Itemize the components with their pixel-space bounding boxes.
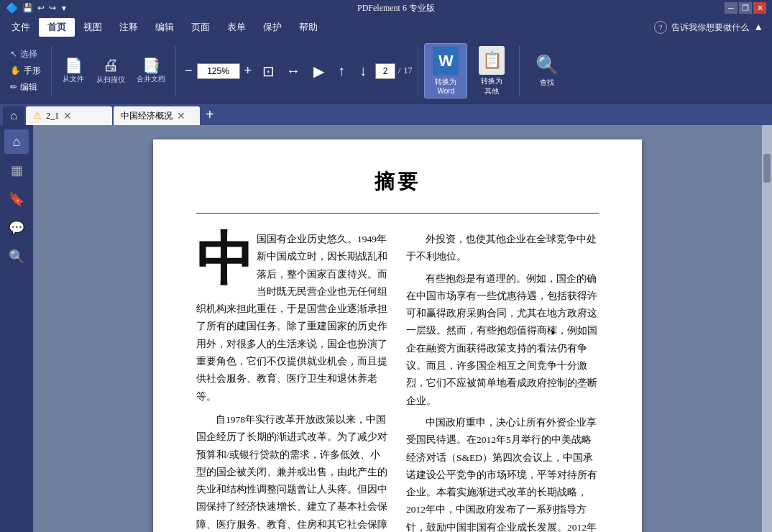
redo[interactable]: ↪ — [49, 3, 56, 14]
menu-form[interactable]: 表单 — [219, 18, 254, 37]
close-button[interactable]: ✕ — [753, 2, 766, 14]
menu-help[interactable]: 帮助 — [290, 18, 326, 37]
word-icon: W — [433, 47, 459, 75]
home-tab[interactable]: ⌂ — [3, 106, 24, 125]
page-separator: / — [398, 65, 400, 76]
menu-view[interactable]: 视图 — [75, 18, 111, 37]
doc-tab-2[interactable]: 中国经济概况 ✕ — [114, 106, 200, 125]
help-search-area: ? 告诉我你想要做什么 ▲ — [654, 21, 769, 34]
help-icon: ? — [654, 21, 667, 34]
cursor-tools-group: ↖ 选择 ✋ 手形 ✏ 编辑 — [6, 47, 45, 95]
menu-bar: 文件 首页 视图 注释 编辑 页面 表单 保护 帮助 ? 告诉我你想要做什么 ▲ — [0, 16, 772, 39]
convert-word-button[interactable]: W 转换为 Word — [424, 43, 467, 98]
search-button[interactable]: 🔍 查找 — [525, 51, 569, 91]
convert-other-label: 转换为 — [481, 76, 502, 86]
title-bar-controls: ─ ❐ ✕ — [725, 2, 766, 14]
panel-home-icon[interactable]: ⌂ — [4, 129, 29, 154]
convert-other-button[interactable]: 📋 转换为 其他 — [470, 43, 513, 99]
menu-annotate[interactable]: 注释 — [111, 18, 147, 37]
hand-icon: ✋ — [10, 65, 21, 76]
merge-docs-button[interactable]: 📑 合并文档 — [132, 55, 170, 87]
quick-save[interactable]: 💾 — [22, 3, 33, 14]
zoom-in-button[interactable]: + — [242, 62, 255, 80]
doc-tab-1[interactable]: ⚠ 2_1 ✕ — [26, 106, 112, 125]
fit-width-button[interactable]: ↔ — [282, 60, 305, 82]
collapse-arrow[interactable]: ▲ — [753, 22, 763, 33]
edit-tool[interactable]: ✏ 编辑 — [6, 80, 45, 95]
sep-3 — [418, 46, 418, 96]
from-file-icon: 📄 — [65, 58, 83, 73]
word-icon-container: W 转换为 Word — [433, 47, 459, 95]
undo[interactable]: ↩ — [37, 3, 45, 14]
app-icon: 🔷 — [6, 2, 18, 14]
zoom-out-button[interactable]: − — [182, 62, 196, 80]
drop-cap: 中 — [196, 235, 254, 284]
menu-protect[interactable]: 保护 — [254, 18, 290, 37]
scroll-thumb[interactable] — [763, 154, 771, 183]
pdf-page: 摘要 中 国国有企业历史悠久。1949年新中国成立时，因长期战乱和落后，整个国家… — [153, 139, 642, 532]
panel-search-icon[interactable]: 🔍 — [4, 244, 29, 269]
sep-2 — [175, 46, 176, 96]
first-paragraph: 中 国国有企业历史悠久。1949年新中国成立时，因长期战乱和落后，整个国家百废待… — [196, 231, 389, 405]
doc-tab-2-label: 中国经济概况 — [121, 110, 173, 122]
doc-tab-1-close[interactable]: ✕ — [63, 110, 72, 122]
next-page-button[interactable]: ↓ — [354, 60, 372, 82]
search-icon: 🔍 — [536, 54, 559, 76]
from-file-button[interactable]: 📄 从文件 — [58, 55, 89, 87]
menu-edit[interactable]: 编辑 — [147, 18, 183, 37]
select-tool[interactable]: ↖ 选择 — [6, 47, 45, 62]
panel-bookmark-icon[interactable]: 🔖 — [4, 187, 29, 211]
menu-file[interactable]: 文件 — [3, 18, 39, 37]
para-5: 中国政府重申，决心让所有外资企业享受国民待遇。在2012年5月举行的中美战略经济… — [406, 414, 599, 532]
sep-4 — [519, 46, 520, 96]
tab-bar: ⌂ ⚠ 2_1 ✕ 中国经济概况 ✕ + — [0, 104, 772, 125]
menu-home[interactable]: 首页 — [39, 18, 75, 37]
sep-1 — [51, 46, 52, 96]
hand-tool[interactable]: ✋ 手形 — [6, 63, 45, 78]
restore-button[interactable]: ❐ — [739, 2, 752, 14]
total-pages: 17 — [403, 65, 412, 76]
menu-page[interactable]: 页面 — [183, 18, 219, 37]
pdf-title: 摘要 — [196, 168, 599, 196]
search-label: 查找 — [540, 78, 554, 88]
convert-word-label: 转换为 — [435, 77, 456, 87]
page-navigation: / 17 — [375, 63, 412, 79]
convert-word-label2: Word — [438, 87, 455, 95]
para-4: 有些抱怨是有道理的。例如，国企的确在中国市场享有一些优惠待遇，包括获得许可和赢得… — [406, 270, 599, 410]
home-icon: ⌂ — [10, 109, 17, 122]
next-page-icon: ↓ — [359, 63, 367, 79]
fit-page-button[interactable]: ⊡ — [257, 60, 279, 83]
help-placeholder[interactable]: 告诉我你想要做什么 — [671, 22, 749, 34]
merge-icon: 📑 — [142, 58, 160, 73]
title-bar: 🔷 💾 ↩ ↪ ▼ PDFelement 6 专业版 ─ ❐ ✕ — [0, 0, 772, 16]
presentation-button[interactable]: ▶ — [308, 60, 329, 83]
title-bar-left: 🔷 💾 ↩ ↪ ▼ — [6, 2, 68, 14]
left-panel: ⌂ ▦ 🔖 💬 🔍 — [0, 125, 33, 532]
from-scan-button[interactable]: 🖨 从扫描仪 — [92, 55, 129, 88]
zoom-controls: − + — [182, 62, 254, 80]
zoom-input[interactable] — [197, 63, 240, 79]
prev-page-button[interactable]: ↑ — [332, 60, 351, 82]
doc-tab-1-label: 2_1 — [46, 111, 59, 121]
convert-other-icon: 📋 — [479, 46, 505, 75]
warning-icon: ⚠ — [33, 110, 42, 121]
customize-arrow[interactable]: ▼ — [60, 4, 68, 12]
fit-page-icon: ⊡ — [262, 63, 275, 80]
prev-page-icon: ↑ — [338, 63, 345, 79]
doc-tab-2-close[interactable]: ✕ — [177, 110, 185, 122]
convert-other-label2: 其他 — [484, 86, 499, 96]
edit-icon: ✏ — [10, 82, 17, 93]
panel-comment-icon[interactable]: 💬 — [4, 216, 29, 240]
para-3: 外投资，也使其他企业在全球竞争中处于不利地位。 — [406, 231, 599, 266]
panel-thumbnail-icon[interactable]: ▦ — [4, 158, 29, 183]
convert-other-icon-container: 📋 转换为 其他 — [479, 46, 505, 96]
main-area: ⌂ ▦ 🔖 💬 🔍 摘要 中 国国有企业历史悠久。1949年新中国成立时，因长期… — [0, 125, 772, 532]
from-scan-icon: 🖨 — [103, 58, 119, 73]
viewer-area: 摘要 中 国国有企业历史悠久。1949年新中国成立时，因长期战乱和落后，整个国家… — [33, 125, 762, 532]
page-number-input[interactable] — [375, 63, 395, 79]
minimize-button[interactable]: ─ — [725, 2, 737, 14]
pdf-divider — [196, 213, 599, 214]
right-scrollbar[interactable] — [762, 125, 772, 532]
toolbar: ↖ 选择 ✋ 手形 ✏ 编辑 📄 从文件 🖨 从扫描仪 📑 合并文档 − + ⊡ — [0, 39, 772, 104]
add-tab-button[interactable]: + — [201, 106, 219, 123]
